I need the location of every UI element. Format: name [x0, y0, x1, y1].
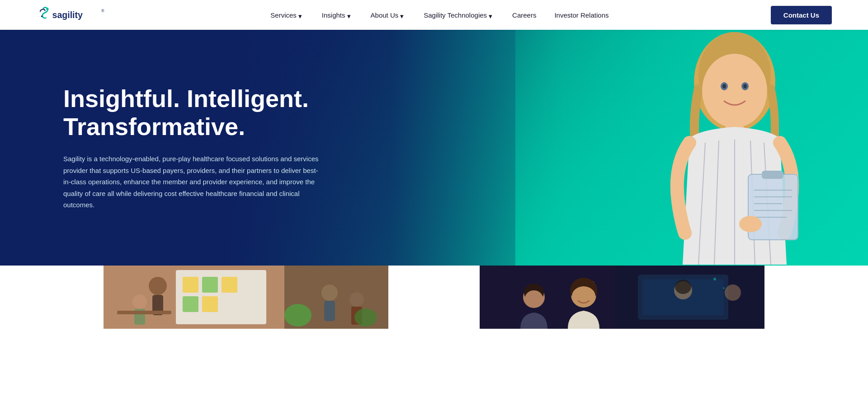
nav-item-insights[interactable]: Insights ▾ [313, 0, 362, 30]
card-left[interactable] [63, 266, 429, 329]
hero-title: Insightful. Intelligent.Transformative. [63, 84, 326, 140]
card-right[interactable] [439, 266, 805, 329]
svg-text:sagility: sagility [52, 10, 83, 20]
chevron-down-icon: ▾ [400, 12, 406, 18]
card-left-image [63, 266, 429, 329]
cards-section [0, 266, 868, 329]
page-wrapper: sagility ® Services ▾ Insights ▾ About U… [0, 0, 868, 329]
svg-point-57 [525, 290, 543, 307]
logo-image: sagility ® [36, 6, 108, 24]
hero-photo-area [515, 30, 868, 266]
main-nav: Services ▾ Insights ▾ About Us ▾ Sagilit… [261, 0, 618, 30]
svg-rect-45 [117, 311, 171, 314]
svg-point-36 [132, 294, 147, 309]
svg-point-43 [284, 304, 311, 326]
hero-background [515, 30, 868, 266]
svg-rect-32 [202, 277, 218, 293]
nav-item-about-us[interactable]: About Us ▾ [362, 0, 415, 30]
svg-rect-33 [222, 277, 237, 293]
nav-item-sagility-technologies[interactable]: Sagility Technologies ▾ [415, 0, 503, 30]
hero-person-illustration [615, 30, 850, 266]
svg-point-28 [149, 277, 167, 295]
nav-item-investor-relations[interactable]: Investor Relations [545, 0, 618, 30]
svg-rect-19 [762, 171, 783, 179]
svg-point-25 [739, 216, 762, 232]
logo[interactable]: sagility ® [36, 6, 108, 24]
navbar: sagility ® Services ▾ Insights ▾ About U… [0, 0, 868, 30]
navbar-right: Contact Us [771, 6, 832, 24]
nav-item-careers[interactable]: Careers [503, 0, 545, 30]
svg-rect-35 [202, 296, 218, 312]
chevron-down-icon: ▾ [489, 12, 494, 18]
svg-text:®: ® [101, 9, 104, 13]
card-right-image [439, 266, 805, 329]
nav-item-services[interactable]: Services ▾ [261, 0, 313, 30]
svg-point-1 [41, 15, 43, 17]
svg-point-10 [743, 84, 747, 89]
chevron-down-icon: ▾ [298, 12, 304, 18]
svg-point-44 [354, 308, 377, 326]
contact-us-button[interactable]: Contact Us [771, 6, 832, 24]
svg-point-62 [713, 278, 716, 280]
chevron-down-icon: ▾ [347, 12, 353, 18]
svg-rect-61 [615, 266, 764, 329]
svg-point-9 [722, 84, 726, 89]
svg-point-6 [702, 54, 767, 128]
hero-description: Sagility is a technology-enabled, pure-p… [63, 153, 326, 211]
hero-content: Insightful. Intelligent.Transformative. … [0, 84, 389, 211]
svg-point-63 [723, 287, 725, 289]
svg-rect-31 [183, 277, 198, 293]
svg-point-0 [46, 8, 48, 10]
hero-section: Insightful. Intelligent.Transformative. … [0, 30, 868, 266]
svg-rect-34 [183, 296, 198, 312]
